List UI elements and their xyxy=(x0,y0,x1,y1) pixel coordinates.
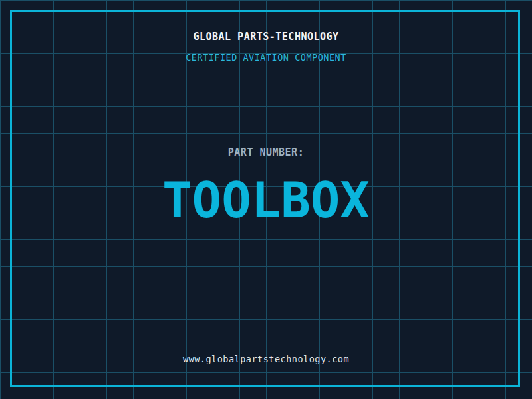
part-number-label: PART NUMBER: xyxy=(0,148,532,158)
part-number-value: TOOLBOX xyxy=(0,176,532,225)
company-name: GLOBAL PARTS-TECHNOLOGY xyxy=(0,32,532,42)
blueprint-background: GLOBAL PARTS-TECHNOLOGY CERTIFIED AVIATI… xyxy=(0,0,532,399)
website-url: www.globalpartstechnology.com xyxy=(0,355,532,364)
certification-label: CERTIFIED AVIATION COMPONENT xyxy=(0,53,532,63)
